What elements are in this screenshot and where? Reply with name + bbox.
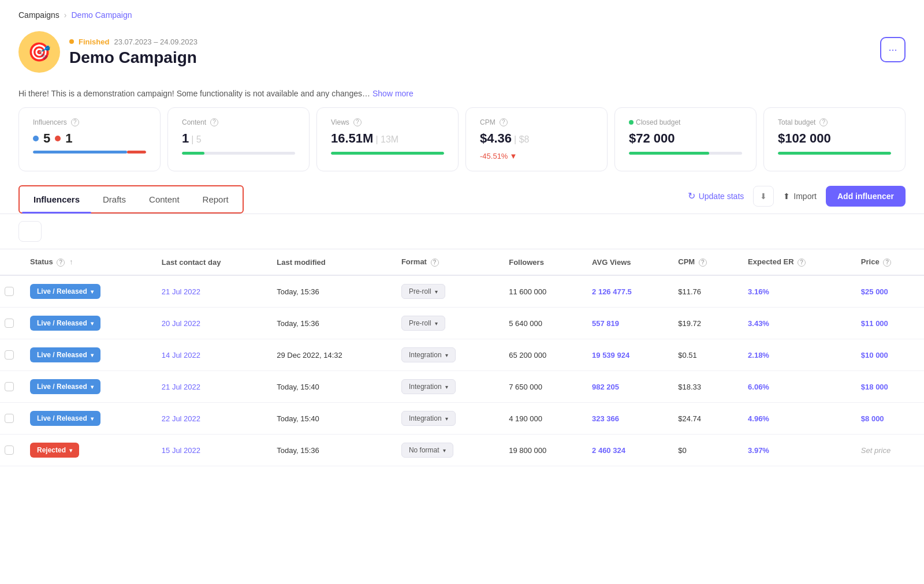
help-icon-status[interactable]: ? (57, 259, 65, 267)
last-modified-date: Today, 15:40 (277, 414, 319, 423)
th-last-contact[interactable]: Last contact day (152, 249, 267, 275)
avg-views-val: 557 819 (592, 319, 619, 328)
demo-banner: Hi there! This is a demonstration campai… (0, 83, 924, 107)
influencer-count-red: 1 (65, 131, 72, 146)
th-followers[interactable]: Followers (500, 249, 583, 275)
last-contact-date[interactable]: 21 Jul 2022 (162, 287, 200, 296)
row-checkbox[interactable] (5, 446, 14, 455)
status-badge[interactable]: Live / Released ▾ (30, 411, 100, 426)
last-contact-date[interactable]: 21 Jul 2022 (162, 383, 200, 391)
table-row: Rejected ▾ 15 Jul 2022 Today, 15:36 No f… (0, 435, 924, 466)
closed-budget-progress-bar (629, 152, 742, 155)
td-followers: 65 200 000 (500, 339, 583, 371)
stats-row: Influencers ? 5 1 Content ? 1| 5 (0, 107, 924, 185)
th-format[interactable]: Format ? (392, 249, 500, 275)
format-badge[interactable]: No format ▾ (401, 443, 453, 458)
tab-drafts[interactable]: Drafts (91, 189, 137, 210)
breadcrumb-campaigns[interactable]: Campaigns (18, 10, 59, 20)
format-badge[interactable]: Integration ▾ (401, 347, 456, 362)
cpm-val: $0.51 (678, 351, 697, 360)
format-badge[interactable]: Pre-roll ▾ (401, 316, 445, 331)
td-price: $11 000 (852, 308, 924, 339)
last-contact-date[interactable]: 14 Jul 2022 (162, 351, 200, 360)
tab-report[interactable]: Report (191, 189, 240, 210)
td-status: Live / Released ▾ (21, 371, 152, 403)
stat-label-influencers: Influencers ? (33, 118, 146, 126)
last-contact-date[interactable]: 15 Jul 2022 (162, 446, 200, 455)
er-val: 4.96% (748, 414, 769, 423)
breadcrumb: Campaigns › Demo Campaign (0, 0, 924, 25)
status-dot (69, 39, 74, 44)
table-header-row: Status ? ↑ Last contact day Last modifie… (0, 249, 924, 275)
row-checkbox[interactable] (5, 319, 14, 328)
table-section: Status ? ↑ Last contact day Last modifie… (0, 214, 924, 466)
help-icon-price[interactable]: ? (883, 259, 891, 267)
table-row: Live / Released ▾ 20 Jul 2022 Today, 15:… (0, 308, 924, 339)
td-format: Integration ▾ (392, 403, 500, 435)
set-price[interactable]: Set price (861, 446, 891, 455)
help-icon-total-budget[interactable]: ? (819, 118, 828, 126)
refresh-icon: ↻ (688, 190, 695, 201)
more-icon: ··· (888, 44, 897, 56)
sort-icon-status: ↑ (69, 257, 73, 266)
th-price[interactable]: Price ? (852, 249, 924, 275)
chevron-down-icon: ▾ (91, 352, 94, 358)
th-status[interactable]: Status ? ↑ (21, 249, 152, 275)
help-icon-er[interactable]: ? (798, 259, 806, 267)
tab-content[interactable]: Content (137, 189, 191, 210)
td-price: $8 000 (852, 403, 924, 435)
stat-label-total-budget: Total budget ? (778, 118, 891, 126)
row-checkbox[interactable] (5, 350, 14, 360)
help-icon-cpm[interactable]: ? (500, 118, 508, 126)
status-badge[interactable]: Live / Released ▾ (30, 316, 100, 331)
avg-views-val: 982 205 (592, 383, 619, 391)
td-expected-er: 4.96% (739, 403, 852, 435)
avg-views-val: 2 460 324 (592, 446, 625, 455)
stat-label-content: Content ? (182, 118, 295, 126)
influencer-progress-bar (33, 151, 146, 154)
td-expected-er: 6.06% (739, 371, 852, 403)
price-val: $18 000 (861, 383, 888, 391)
th-expected-er[interactable]: Expected ER ? (739, 249, 852, 275)
more-options-button[interactable]: ··· (880, 37, 906, 62)
show-more-link[interactable]: Show more (372, 89, 413, 98)
download-icon-button[interactable]: ⬇ (753, 186, 774, 207)
tab-influencers[interactable]: Influencers (22, 189, 91, 210)
add-influencer-button[interactable]: Add influencer (826, 186, 906, 207)
help-icon-influencers[interactable]: ? (71, 118, 79, 126)
th-cpm[interactable]: CPM ? (669, 249, 739, 275)
status-badge[interactable]: Live / Released ▾ (30, 347, 100, 362)
update-stats-button[interactable]: ↻ Update stats (688, 190, 744, 201)
stat-value-content: 1| 5 (182, 131, 295, 146)
format-badge[interactable]: Integration ▾ (401, 379, 456, 394)
last-contact-date[interactable]: 20 Jul 2022 (162, 319, 200, 328)
td-last-modified: 29 Dec 2022, 14:32 (267, 339, 392, 371)
last-contact-date[interactable]: 22 Jul 2022 (162, 414, 200, 423)
format-badge[interactable]: Integration ▾ (401, 411, 456, 426)
help-icon-format[interactable]: ? (431, 259, 439, 267)
status-badge[interactable]: Rejected ▾ (30, 443, 79, 458)
row-checkbox[interactable] (5, 382, 14, 391)
search-box[interactable] (18, 221, 42, 242)
td-cpm: $0.51 (669, 339, 739, 371)
help-icon-cpm-col[interactable]: ? (699, 259, 707, 267)
row-checkbox[interactable] (5, 287, 14, 296)
chevron-down-icon: ▾ (91, 415, 94, 422)
help-icon-content[interactable]: ? (210, 118, 218, 126)
format-chevron-icon: ▾ (435, 289, 438, 295)
table-row: Live / Released ▾ 22 Jul 2022 Today, 15:… (0, 403, 924, 435)
status-badge[interactable]: Live / Released ▾ (30, 379, 100, 394)
status-badge[interactable]: Live / Released ▾ (30, 284, 100, 299)
stat-value-cpm: $4.36| $8 (480, 131, 593, 146)
th-avg-views[interactable]: AVG Views (583, 249, 669, 275)
help-icon-views[interactable]: ? (353, 118, 362, 126)
import-button[interactable]: ⬆ Import (783, 192, 817, 201)
format-badge[interactable]: Pre-roll ▾ (401, 284, 445, 299)
td-checkbox (0, 275, 21, 308)
progress-fill-closed-budget (629, 152, 709, 155)
row-checkbox[interactable] (5, 414, 14, 423)
th-last-modified[interactable]: Last modified (267, 249, 392, 275)
td-status: Live / Released ▾ (21, 275, 152, 308)
stat-card-content: Content ? 1| 5 (167, 107, 310, 171)
dot-red (55, 136, 61, 141)
